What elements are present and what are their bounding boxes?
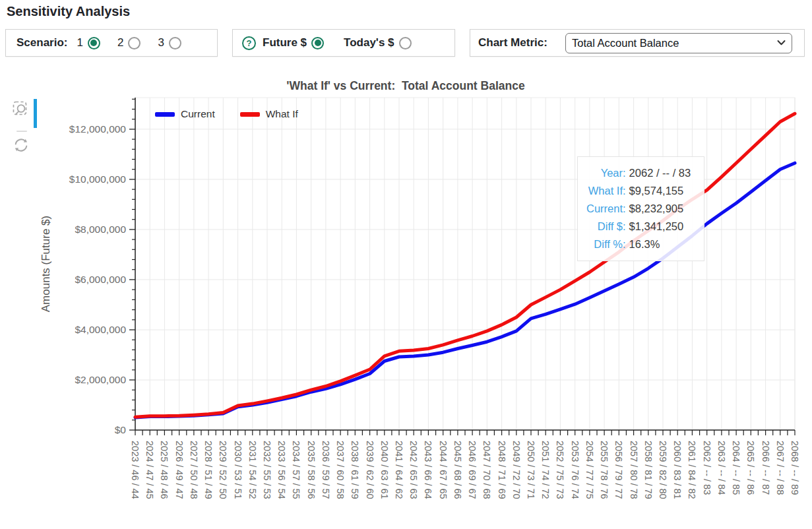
legend-item-current[interactable]: Current <box>155 108 215 120</box>
legend-label-whatif: What If <box>266 108 298 120</box>
svg-text:2051 / 74 / 72: 2051 / 74 / 72 <box>540 441 551 499</box>
svg-text:2045 / 68 / 66: 2045 / 68 / 66 <box>453 441 463 499</box>
svg-text:2023 / 46 / 44: 2023 / 46 / 44 <box>130 441 141 499</box>
tooltip-row-label: Diff %: <box>586 235 626 253</box>
chart-metric-select[interactable]: Total Account Balance <box>565 33 792 53</box>
svg-text:2034 / 57 / 55: 2034 / 57 / 55 <box>291 441 301 499</box>
scenario-3-radio[interactable] <box>169 37 181 49</box>
svg-text:2046 / 69 / 67: 2046 / 69 / 67 <box>467 441 478 499</box>
svg-text:2039 / 62 / 60: 2039 / 62 / 60 <box>365 441 375 499</box>
svg-text:2067 / -- / 88: 2067 / -- / 88 <box>775 441 786 495</box>
todays-dollar-label: Today's $ <box>344 36 394 49</box>
svg-text:2065 / -- / 86: 2065 / -- / 86 <box>745 441 756 495</box>
svg-text:2056 / 79 / 77: 2056 / 79 / 77 <box>613 441 624 499</box>
scenario-option-2[interactable]: 2 <box>117 36 141 49</box>
dollar-mode-group: ? Future $ Today's $ <box>232 29 455 57</box>
tooltip-row-value: 16.3% <box>629 235 695 253</box>
scenario-1-radio[interactable] <box>88 37 100 49</box>
tooltip-row-value: $1,341,250 <box>629 218 695 235</box>
chart-tooltip: Year: 2062 / -- / 83 What If: $9,574,155… <box>577 156 704 261</box>
svg-text:2026 / 49 / 47: 2026 / 49 / 47 <box>174 441 185 499</box>
svg-text:2050 / 73 / 71: 2050 / 73 / 71 <box>526 441 536 499</box>
tooltip-row-label: What If: <box>586 182 626 200</box>
svg-text:2040 / 63 / 61: 2040 / 63 / 61 <box>379 441 390 499</box>
todays-dollar-radio[interactable] <box>399 37 412 49</box>
svg-text:2061 / 84 / 82: 2061 / 84 / 82 <box>687 441 697 499</box>
svg-text:2047 / 70 / 68: 2047 / 70 / 68 <box>482 441 492 499</box>
svg-text:Amounts (Future $): Amounts (Future $) <box>40 216 52 312</box>
svg-text:$6,000,000: $6,000,000 <box>75 274 126 285</box>
tooltip-row-label: Diff $: <box>586 218 626 235</box>
svg-text:2032 / 55 / 53: 2032 / 55 / 53 <box>262 441 272 499</box>
svg-text:2038 / 61 / 59: 2038 / 61 / 59 <box>350 441 360 499</box>
svg-text:2055 / 78 / 76: 2055 / 78 / 76 <box>599 441 609 499</box>
question-icon[interactable]: ? <box>242 36 256 50</box>
svg-text:2041 / 64 / 62: 2041 / 64 / 62 <box>394 441 404 499</box>
scenario-option-3-label: 3 <box>158 36 164 49</box>
scenario-group: Scenario: 1 2 3 <box>5 29 218 57</box>
svg-text:2054 / 77 / 75: 2054 / 77 / 75 <box>584 441 595 499</box>
svg-text:2033 / 56 / 54: 2033 / 56 / 54 <box>276 441 287 499</box>
future-dollar-radio[interactable] <box>311 37 324 49</box>
svg-text:2060 / 83 / 81: 2060 / 83 / 81 <box>672 441 683 499</box>
tooltip-row-value: 2062 / -- / 83 <box>629 164 695 182</box>
legend-swatch-whatif <box>240 112 260 117</box>
svg-text:2025 / 48 / 46: 2025 / 48 / 46 <box>159 441 170 499</box>
svg-text:2029 / 52 / 50: 2029 / 52 / 50 <box>218 441 228 499</box>
svg-text:2064 / -- / 85: 2064 / -- / 85 <box>731 441 741 495</box>
chart-metric-label: Chart Metric: <box>478 36 547 49</box>
svg-text:2059 / 82 / 80: 2059 / 82 / 80 <box>658 441 668 499</box>
chart-legend: Current What If <box>155 108 323 120</box>
svg-text:2068 / -- / 89: 2068 / -- / 89 <box>790 441 800 495</box>
scenario-label: Scenario: <box>16 36 67 49</box>
tooltip-row-label: Year: <box>586 164 626 182</box>
scenario-option-1-label: 1 <box>77 36 82 49</box>
svg-text:2066 / -- / 87: 2066 / -- / 87 <box>761 441 771 495</box>
legend-label-current: Current <box>181 108 215 120</box>
svg-text:2062 / -- / 83: 2062 / -- / 83 <box>702 441 712 495</box>
svg-text:$8,000,000: $8,000,000 <box>75 224 126 235</box>
svg-text:$10,000,000: $10,000,000 <box>69 173 127 185</box>
svg-text:2024 / 47 / 45: 2024 / 47 / 45 <box>144 441 155 499</box>
future-dollar-option[interactable]: Future $ <box>263 36 324 49</box>
svg-text:2027 / 50 / 48: 2027 / 50 / 48 <box>189 441 199 499</box>
legend-swatch-current <box>155 112 175 117</box>
todays-dollar-option[interactable]: Today's $ <box>344 36 411 49</box>
svg-text:2042 / 65 / 63: 2042 / 65 / 63 <box>408 441 419 499</box>
svg-text:$2,000,000: $2,000,000 <box>75 374 126 385</box>
scenario-2-radio[interactable] <box>128 37 141 49</box>
chart-plot-area[interactable]: $0$2,000,000$4,000,000$6,000,000$8,000,0… <box>0 73 812 529</box>
tooltip-row-value: $9,574,155 <box>629 182 695 200</box>
svg-text:2063 / -- / 84: 2063 / -- / 84 <box>716 441 727 495</box>
svg-text:2049 / 72 / 70: 2049 / 72 / 70 <box>511 441 522 499</box>
legend-item-whatif[interactable]: What If <box>240 108 298 120</box>
svg-text:2037 / 60 / 58: 2037 / 60 / 58 <box>335 441 346 499</box>
future-dollar-label: Future $ <box>263 36 307 49</box>
chart-metric-group: Chart Metric: Total Account Balance <box>470 29 805 57</box>
svg-text:2048 / 71 / 69: 2048 / 71 / 69 <box>497 441 507 499</box>
svg-text:2052 / 75 / 73: 2052 / 75 / 73 <box>555 441 565 499</box>
svg-text:2043 / 66 / 64: 2043 / 66 / 64 <box>423 441 433 499</box>
sensitivity-chart: 'What If' vs Current: Total Account Bala… <box>0 73 812 529</box>
svg-text:2057 / 80 / 78: 2057 / 80 / 78 <box>629 441 639 499</box>
tooltip-row-value: $8,232,905 <box>629 200 695 218</box>
scenario-option-2-label: 2 <box>117 36 123 49</box>
svg-text:$12,000,000: $12,000,000 <box>69 123 127 135</box>
scenario-option-3[interactable]: 3 <box>158 36 181 49</box>
svg-text:2030 / 53 / 51: 2030 / 53 / 51 <box>233 441 243 499</box>
svg-text:2044 / 67 / 65: 2044 / 67 / 65 <box>438 441 449 499</box>
svg-text:2035 / 58 / 56: 2035 / 58 / 56 <box>306 441 317 499</box>
svg-text:$4,000,000: $4,000,000 <box>75 324 126 335</box>
svg-text:2053 / 76 / 74: 2053 / 76 / 74 <box>570 441 580 499</box>
page-title: Sensitivity Analysis <box>7 4 130 19</box>
scenario-option-1[interactable]: 1 <box>77 36 100 49</box>
svg-text:2031 / 54 / 52: 2031 / 54 / 52 <box>247 441 258 499</box>
tooltip-row-label: Current: <box>586 200 626 218</box>
svg-text:$0: $0 <box>115 424 127 435</box>
svg-text:2036 / 59 / 57: 2036 / 59 / 57 <box>321 441 331 499</box>
svg-text:2028 / 51 / 49: 2028 / 51 / 49 <box>203 441 214 499</box>
svg-text:2058 / 81 / 79: 2058 / 81 / 79 <box>643 441 654 499</box>
